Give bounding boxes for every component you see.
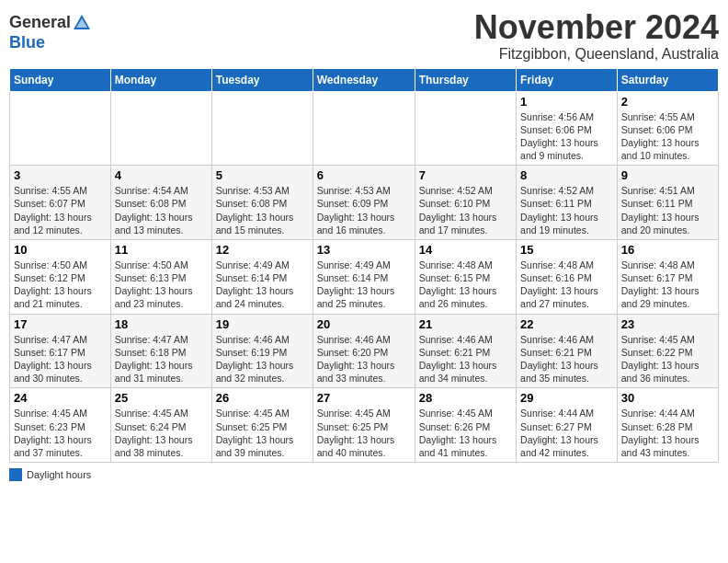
calendar-cell: 3Sunrise: 4:55 AM Sunset: 6:07 PM Daylig… xyxy=(10,166,111,240)
day-info: Sunrise: 4:53 AM Sunset: 6:08 PM Dayligh… xyxy=(216,184,309,236)
day-info: Sunrise: 4:49 AM Sunset: 6:14 PM Dayligh… xyxy=(317,259,411,311)
day-number: 17 xyxy=(14,317,107,331)
day-info: Sunrise: 4:46 AM Sunset: 6:19 PM Dayligh… xyxy=(216,333,309,385)
day-info: Sunrise: 4:46 AM Sunset: 6:20 PM Dayligh… xyxy=(317,333,411,385)
day-info: Sunrise: 4:50 AM Sunset: 6:13 PM Dayligh… xyxy=(115,259,208,311)
day-info: Sunrise: 4:49 AM Sunset: 6:14 PM Dayligh… xyxy=(216,259,309,311)
day-info: Sunrise: 4:45 AM Sunset: 6:25 PM Dayligh… xyxy=(216,407,309,459)
column-header-saturday: Saturday xyxy=(617,68,718,91)
calendar-cell: 13Sunrise: 4:49 AM Sunset: 6:14 PM Dayli… xyxy=(313,239,415,314)
calendar-cell: 2Sunrise: 4:55 AM Sunset: 6:06 PM Daylig… xyxy=(617,91,718,166)
day-number: 2 xyxy=(621,95,714,109)
day-number: 13 xyxy=(317,243,411,257)
day-info: Sunrise: 4:52 AM Sunset: 6:10 PM Dayligh… xyxy=(419,184,512,236)
day-number: 4 xyxy=(115,168,208,182)
title-area: November 2024 Fitzgibbon, Queensland, Au… xyxy=(474,9,719,63)
calendar-cell: 22Sunrise: 4:46 AM Sunset: 6:21 PM Dayli… xyxy=(517,314,618,388)
calendar-cell: 30Sunrise: 4:44 AM Sunset: 6:28 PM Dayli… xyxy=(617,388,718,463)
day-number: 25 xyxy=(115,391,208,405)
calendar-cell: 12Sunrise: 4:49 AM Sunset: 6:14 PM Dayli… xyxy=(211,239,313,314)
day-info: Sunrise: 4:45 AM Sunset: 6:26 PM Dayligh… xyxy=(419,407,512,459)
calendar-cell: 7Sunrise: 4:52 AM Sunset: 6:10 PM Daylig… xyxy=(415,166,516,240)
day-number: 21 xyxy=(419,317,512,331)
day-number: 5 xyxy=(216,168,309,182)
calendar-cell xyxy=(415,91,516,166)
day-info: Sunrise: 4:47 AM Sunset: 6:18 PM Dayligh… xyxy=(115,333,208,385)
day-number: 14 xyxy=(419,243,512,257)
day-number: 18 xyxy=(115,317,208,331)
legend-color-box xyxy=(9,468,22,481)
calendar-cell: 18Sunrise: 4:47 AM Sunset: 6:18 PM Dayli… xyxy=(110,314,211,388)
day-info: Sunrise: 4:46 AM Sunset: 6:21 PM Dayligh… xyxy=(419,333,512,385)
calendar-cell: 4Sunrise: 4:54 AM Sunset: 6:08 PM Daylig… xyxy=(110,166,211,240)
day-number: 19 xyxy=(216,317,309,331)
day-number: 3 xyxy=(14,168,107,182)
calendar-cell xyxy=(313,91,415,166)
day-number: 12 xyxy=(216,243,309,257)
day-info: Sunrise: 4:48 AM Sunset: 6:17 PM Dayligh… xyxy=(621,259,714,311)
calendar-cell: 1Sunrise: 4:56 AM Sunset: 6:06 PM Daylig… xyxy=(517,91,618,166)
calendar-cell: 14Sunrise: 4:48 AM Sunset: 6:15 PM Dayli… xyxy=(415,239,516,314)
day-number: 9 xyxy=(621,168,714,182)
column-header-sunday: Sunday xyxy=(10,68,111,91)
calendar-cell xyxy=(211,91,313,166)
column-header-thursday: Thursday xyxy=(415,68,516,91)
day-info: Sunrise: 4:54 AM Sunset: 6:08 PM Dayligh… xyxy=(115,184,208,236)
day-number: 22 xyxy=(520,317,613,331)
day-info: Sunrise: 4:51 AM Sunset: 6:11 PM Dayligh… xyxy=(621,184,714,236)
logo: General Blue xyxy=(9,13,92,53)
day-number: 30 xyxy=(621,391,714,405)
day-info: Sunrise: 4:55 AM Sunset: 6:06 PM Dayligh… xyxy=(621,110,714,163)
logo-blue: Blue xyxy=(9,33,92,53)
calendar-cell: 19Sunrise: 4:46 AM Sunset: 6:19 PM Dayli… xyxy=(211,314,313,388)
day-info: Sunrise: 4:48 AM Sunset: 6:15 PM Dayligh… xyxy=(419,259,512,311)
calendar-cell: 21Sunrise: 4:46 AM Sunset: 6:21 PM Dayli… xyxy=(415,314,516,388)
day-info: Sunrise: 4:45 AM Sunset: 6:22 PM Dayligh… xyxy=(621,333,714,385)
day-number: 8 xyxy=(520,168,613,182)
calendar-cell: 20Sunrise: 4:46 AM Sunset: 6:20 PM Dayli… xyxy=(313,314,415,388)
column-header-wednesday: Wednesday xyxy=(313,68,415,91)
day-info: Sunrise: 4:45 AM Sunset: 6:25 PM Dayligh… xyxy=(317,407,411,459)
day-number: 16 xyxy=(621,243,714,257)
day-number: 15 xyxy=(520,243,613,257)
legend-label: Daylight hours xyxy=(27,469,91,480)
day-number: 26 xyxy=(216,391,309,405)
day-number: 27 xyxy=(317,391,411,405)
day-number: 11 xyxy=(115,243,208,257)
calendar-cell: 15Sunrise: 4:48 AM Sunset: 6:16 PM Dayli… xyxy=(517,239,618,314)
day-number: 24 xyxy=(14,391,107,405)
calendar-cell: 26Sunrise: 4:45 AM Sunset: 6:25 PM Dayli… xyxy=(211,388,313,463)
day-number: 20 xyxy=(317,317,411,331)
day-info: Sunrise: 4:53 AM Sunset: 6:09 PM Dayligh… xyxy=(317,184,411,236)
day-number: 1 xyxy=(520,95,613,109)
calendar-cell: 27Sunrise: 4:45 AM Sunset: 6:25 PM Dayli… xyxy=(313,388,415,463)
legend: Daylight hours xyxy=(9,468,719,481)
column-header-tuesday: Tuesday xyxy=(211,68,313,91)
calendar-cell: 17Sunrise: 4:47 AM Sunset: 6:17 PM Dayli… xyxy=(10,314,111,388)
calendar-cell: 9Sunrise: 4:51 AM Sunset: 6:11 PM Daylig… xyxy=(617,166,718,240)
calendar-cell: 6Sunrise: 4:53 AM Sunset: 6:09 PM Daylig… xyxy=(313,166,415,240)
day-number: 7 xyxy=(419,168,512,182)
day-info: Sunrise: 4:56 AM Sunset: 6:06 PM Dayligh… xyxy=(520,110,613,163)
calendar-cell: 25Sunrise: 4:45 AM Sunset: 6:24 PM Dayli… xyxy=(110,388,211,463)
day-info: Sunrise: 4:45 AM Sunset: 6:23 PM Dayligh… xyxy=(14,407,107,459)
month-title: November 2024 xyxy=(474,9,719,46)
day-info: Sunrise: 4:50 AM Sunset: 6:12 PM Dayligh… xyxy=(14,259,107,311)
day-number: 29 xyxy=(520,391,613,405)
day-info: Sunrise: 4:44 AM Sunset: 6:27 PM Dayligh… xyxy=(520,407,613,459)
day-info: Sunrise: 4:46 AM Sunset: 6:21 PM Dayligh… xyxy=(520,333,613,385)
day-number: 23 xyxy=(621,317,714,331)
logo-general: General xyxy=(9,13,71,31)
day-number: 28 xyxy=(419,391,512,405)
calendar-cell: 24Sunrise: 4:45 AM Sunset: 6:23 PM Dayli… xyxy=(10,388,111,463)
calendar-cell: 8Sunrise: 4:52 AM Sunset: 6:11 PM Daylig… xyxy=(517,166,618,240)
day-info: Sunrise: 4:44 AM Sunset: 6:28 PM Dayligh… xyxy=(621,407,714,459)
column-header-monday: Monday xyxy=(110,68,211,91)
calendar-cell: 5Sunrise: 4:53 AM Sunset: 6:08 PM Daylig… xyxy=(211,166,313,240)
location-subtitle: Fitzgibbon, Queensland, Australia xyxy=(474,46,719,63)
day-info: Sunrise: 4:47 AM Sunset: 6:17 PM Dayligh… xyxy=(14,333,107,385)
day-info: Sunrise: 4:48 AM Sunset: 6:16 PM Dayligh… xyxy=(520,259,613,311)
calendar-cell: 16Sunrise: 4:48 AM Sunset: 6:17 PM Dayli… xyxy=(617,239,718,314)
day-number: 6 xyxy=(317,168,411,182)
day-number: 10 xyxy=(14,243,107,257)
